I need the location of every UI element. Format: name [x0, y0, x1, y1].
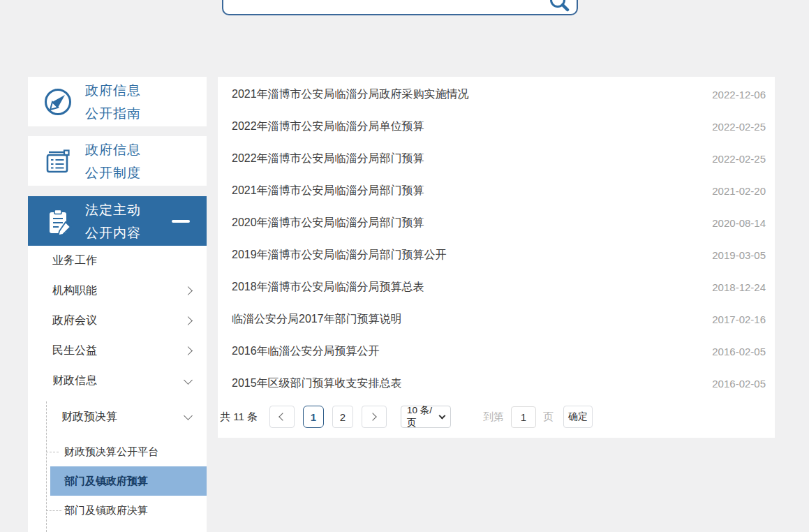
menu-label: 政府会议 — [52, 313, 97, 328]
chevron-right-icon — [184, 316, 193, 325]
document-date: 2022-02-25 — [712, 121, 766, 133]
document-title: 2016年临淄公安分局预算公开 — [232, 344, 380, 359]
sidebar-item-dept-town-budget[interactable]: 部门及镇政府预算 — [50, 466, 207, 496]
menu-label: 财政预决算公开平台 — [64, 445, 158, 459]
list-item[interactable]: 2021年淄博市公安局临淄分局部门预算 2021-02-20 — [218, 175, 775, 207]
sidebar-item-budget-platform[interactable]: 财政预决算公开平台 — [28, 437, 207, 466]
page-button-1[interactable]: 1 — [303, 406, 324, 428]
sidebar-card-label: 法定主动 公开内容 — [85, 198, 141, 244]
sidebar-menu: 业务工作 机构职能 政府会议 民生公益 财政信息 财政预决算 财政预决算公开平台 — [28, 246, 207, 532]
sidebar-item-fiscal-budget[interactable]: 财政预决算 — [28, 401, 207, 432]
document-date: 2016-02-05 — [712, 346, 766, 357]
list-item[interactable]: 临淄公安分局2017年部门预算说明 2017-02-16 — [218, 303, 775, 335]
goto-page-group: 到第 页 确定 — [483, 406, 593, 428]
list-item[interactable]: 2021年淄博市公安局临淄分局政府采购实施情况 2022-12-06 — [218, 78, 775, 110]
sidebar: 政府信息 公开指南 政府信息 公开制度 法定主动 公开内容 — [28, 77, 207, 532]
document-title: 2022年淄博市公安局临淄分局部门预算 — [232, 152, 424, 166]
clipboard-pencil-icon — [43, 206, 73, 237]
sidebar-card-label: 政府信息 公开指南 — [85, 79, 141, 125]
menu-label: 部门及镇政府预算 — [64, 475, 148, 488]
pagination-bar: 共 11 条 1 2 10 条/页 到第 页 确定 — [218, 406, 775, 428]
list-item[interactable]: 2022年淄博市公安局临淄分局单位预算 2022-02-25 — [218, 110, 775, 142]
list-item[interactable]: 2016年临淄公安分局预算公开 2016-02-05 — [218, 335, 775, 367]
document-title: 2018年淄博市公安局临淄分局预算总表 — [232, 280, 424, 295]
document-date: 2022-02-25 — [712, 153, 766, 165]
list-item[interactable]: 2018年淄博市公安局临淄分局预算总表 2018-12-24 — [218, 271, 775, 303]
chevron-left-icon — [279, 413, 287, 420]
list-item[interactable]: 2022年淄博市公安局临淄分局部门预算 2022-02-25 — [218, 142, 775, 175]
chevron-right-icon — [369, 413, 377, 420]
document-title: 临淄公安分局2017年部门预算说明 — [232, 312, 402, 327]
document-title: 2019年淄博市公安局临淄分局部门预算公开 — [232, 248, 447, 263]
menu-label: 机构职能 — [52, 283, 97, 298]
compass-icon — [43, 87, 73, 117]
page-button-2[interactable]: 2 — [332, 406, 353, 428]
search-input[interactable] — [232, 0, 539, 13]
confirm-button[interactable]: 确定 — [563, 406, 593, 428]
menu-label: 业务工作 — [52, 253, 97, 268]
sidebar-item-fiscal-info[interactable]: 财政信息 — [28, 366, 207, 396]
chevron-right-icon — [184, 346, 193, 355]
menu-label: 财政预决算 — [61, 410, 117, 424]
total-count: 共 11 条 — [220, 411, 258, 424]
menu-label: 民生公益 — [52, 343, 97, 358]
document-date: 2018-12-24 — [712, 281, 766, 293]
document-title: 2015年区级部门预算收支安排总表 — [232, 376, 402, 391]
chevron-down-icon — [184, 411, 193, 420]
sidebar-item-org-functions[interactable]: 机构职能 — [28, 276, 207, 306]
goto-prefix-label: 到第 — [483, 411, 504, 424]
document-list-panel: 2021年淄博市公安局临淄分局政府采购实施情况 2022-12-06 2022年… — [218, 77, 775, 438]
sidebar-card-guide[interactable]: 政府信息 公开指南 — [28, 77, 207, 126]
list-item[interactable]: 2019年淄博市公安局临淄分局部门预算公开 2019-03-05 — [218, 239, 775, 271]
document-date: 2019-03-05 — [712, 249, 766, 261]
document-date: 2022-12-06 — [712, 89, 766, 101]
sidebar-item-dept-town-final-accounts[interactable]: 部门及镇政府决算 — [28, 496, 207, 525]
document-title: 2021年淄博市公安局临淄分局部门预算 — [232, 184, 424, 198]
sidebar-card-legal-disclosure[interactable]: 法定主动 公开内容 — [28, 196, 207, 246]
document-title: 2020年淄博市公安局临淄分局部门预算 — [232, 216, 424, 230]
page-size-value: 10 条/页 — [407, 404, 440, 429]
document-date: 2021-02-20 — [712, 185, 766, 197]
menu-label: 财政信息 — [52, 374, 97, 388]
document-title: 2021年淄博市公安局临淄分局政府采购实施情况 — [232, 87, 469, 102]
list-item[interactable]: 2020年淄博市公安局临淄分局部门预算 2020-08-14 — [218, 207, 775, 239]
goto-suffix-label: 页 — [543, 411, 554, 424]
list-item[interactable]: 2015年区级部门预算收支安排总表 2016-02-05 — [218, 367, 775, 399]
sidebar-item-livelihood[interactable]: 民生公益 — [28, 336, 207, 366]
sidebar-item-business-work[interactable]: 业务工作 — [28, 246, 207, 276]
chevron-down-icon — [184, 376, 193, 385]
next-page-button[interactable] — [362, 406, 387, 428]
sidebar-submenu-children: 财政预决算公开平台 部门及镇政府预算 部门及镇政府决算 — [28, 437, 207, 525]
sidebar-card-label: 政府信息 公开制度 — [85, 138, 141, 184]
document-date: 2020-08-14 — [712, 217, 766, 229]
document-date: 2016-02-05 — [712, 378, 766, 390]
goto-page-input[interactable] — [511, 406, 536, 428]
book-icon — [43, 146, 73, 177]
sidebar-card-system[interactable]: 政府信息 公开制度 — [28, 136, 207, 186]
chevron-right-icon — [184, 286, 193, 295]
collapse-minus-icon[interactable] — [172, 220, 190, 223]
page-size-select[interactable]: 10 条/页 — [401, 406, 451, 428]
prev-page-button[interactable] — [269, 406, 295, 428]
sidebar-item-gov-meetings[interactable]: 政府会议 — [28, 306, 207, 336]
search-bar — [222, 0, 578, 15]
document-title: 2022年淄博市公安局临淄分局单位预算 — [232, 119, 424, 134]
menu-label: 部门及镇政府决算 — [64, 504, 148, 517]
search-icon[interactable] — [549, 0, 570, 13]
document-date: 2017-02-16 — [712, 313, 766, 325]
